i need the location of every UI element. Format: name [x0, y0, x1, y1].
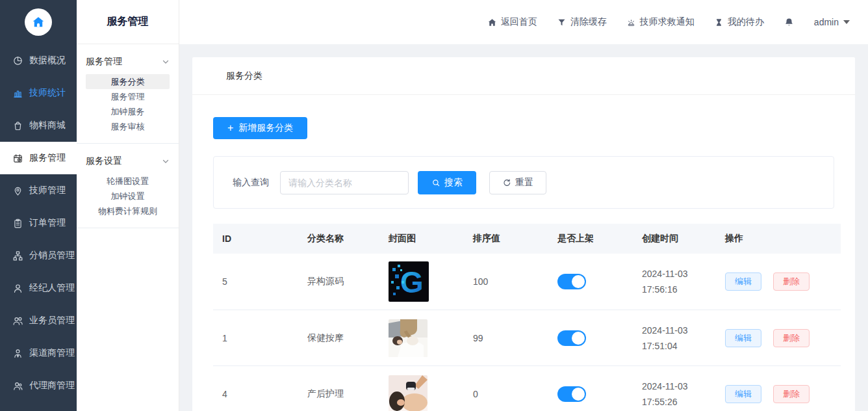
card-body: + 新增服务分类 输入查询 搜索 重置 — [192, 95, 855, 411]
submenu-item-service-category[interactable]: 服务分类 — [86, 74, 170, 89]
delete-button[interactable]: 删除 — [773, 385, 810, 403]
sidebar-item-service-management[interactable]: 服务管理 — [0, 142, 77, 174]
sidebar-item-distributor-management[interactable]: 分销员管理 — [0, 239, 77, 272]
cell-id: 4 — [213, 366, 298, 411]
user-menu[interactable]: admin — [814, 17, 850, 27]
sidebar-item-salesman-management[interactable]: 业务员管理 — [0, 304, 77, 337]
column-header-id: ID — [213, 224, 298, 254]
hourglass-icon — [714, 18, 724, 27]
group-header-service-management[interactable]: 服务管理 — [86, 52, 170, 72]
category-name-input[interactable] — [280, 171, 409, 194]
sidebar-item-order-management[interactable]: 订单管理 — [0, 207, 77, 239]
group-items: 服务分类 服务管理 加钟服务 服务审核 — [86, 74, 170, 134]
add-category-button[interactable]: + 新增服务分类 — [213, 117, 307, 139]
column-header-name: 分类名称 — [298, 224, 379, 254]
sidebar-item-label: 技师管理 — [29, 185, 66, 196]
topnav-sos-notification[interactable]: 技师求救通知 — [626, 16, 695, 28]
shopping-bag-icon — [12, 120, 23, 131]
toggle-knob — [572, 388, 585, 401]
submenu-item-overtime-settings[interactable]: 加钟设置 — [86, 189, 170, 204]
submenu-item-material-fee-rules[interactable]: 物料费计算规则 — [86, 204, 170, 219]
topnav-my-todo[interactable]: 我的待办 — [714, 16, 764, 28]
home-icon — [31, 15, 45, 29]
cell-created-time: 2024-11-03 17:51:04 — [633, 310, 716, 366]
delete-button[interactable]: 删除 — [773, 329, 810, 347]
home-logo-button[interactable] — [25, 8, 52, 36]
created-clock: 17:51:04 — [642, 338, 707, 354]
tab-service-category[interactable]: 服务分类 — [226, 70, 262, 82]
sidebar-item-label: 订单管理 — [29, 217, 66, 229]
search-button[interactable]: 搜索 — [418, 171, 476, 194]
app-root: 数据概况 技师统计 物料商城 服务管理 技师管理 订单管理 — [0, 0, 868, 411]
plus-icon: + — [227, 122, 233, 134]
sidebar-item-label: 数据概况 — [29, 55, 66, 66]
topnav-label: 返回首页 — [501, 16, 537, 28]
edit-button[interactable]: 编辑 — [725, 329, 761, 347]
toggle-knob — [572, 332, 585, 345]
cell-actions: 编辑 删除 — [716, 254, 841, 310]
sidebar-item-material-mall[interactable]: 物料商城 — [0, 109, 77, 142]
cell-cover: G — [379, 254, 464, 310]
reset-button[interactable]: 重置 — [489, 171, 546, 194]
massage-photo-cover-image — [389, 319, 428, 357]
group-label: 服务管理 — [86, 56, 122, 68]
cell-actions: 编辑 删除 — [716, 366, 841, 411]
content-area: 服务分类 + 新增服务分类 输入查询 搜索 — [179, 44, 868, 411]
cell-cover — [379, 366, 464, 411]
group-items: 轮播图设置 加钟设置 物料费计算规则 — [86, 174, 170, 219]
submenu-item-service-review[interactable]: 服务审核 — [86, 119, 170, 134]
category-table: ID 分类名称 封面图 排序值 是否上架 创建时间 操作 — [213, 224, 841, 411]
sidebar-item-label: 业务员管理 — [29, 315, 75, 326]
created-clock: 17:55:26 — [642, 394, 707, 410]
notification-bell-button[interactable] — [784, 17, 795, 28]
edit-button[interactable]: 编辑 — [725, 272, 761, 291]
cell-id: 1 — [213, 310, 298, 366]
delete-button[interactable]: 删除 — [773, 272, 810, 291]
person-badge-icon — [12, 348, 23, 359]
group-header-service-settings[interactable]: 服务设置 — [86, 152, 170, 171]
sidebar-item-channel-management[interactable]: 渠道商管理 — [0, 337, 77, 369]
bar-chart-icon — [12, 88, 23, 99]
status-toggle[interactable] — [557, 274, 586, 289]
menu-group-service-management: 服务管理 服务分类 服务管理 加钟服务 服务审核 — [77, 44, 179, 144]
sidebar-item-agent-management[interactable]: 代理商管理 — [0, 369, 77, 402]
created-date: 2024-11-03 — [642, 378, 707, 394]
submenu-title: 服务管理 — [77, 0, 179, 44]
primary-nav: 数据概况 技师统计 物料商城 服务管理 技师管理 订单管理 — [0, 44, 77, 402]
primary-sidebar: 数据概况 技师统计 物料商城 服务管理 技师管理 订单管理 — [0, 0, 77, 411]
sidebar-item-technician-management[interactable]: 技师管理 — [0, 174, 77, 207]
secondary-sidebar: 服务管理 服务管理 服务分类 服务管理 加钟服务 服务审核 服务设置 轮播图设置… — [77, 0, 179, 411]
status-toggle[interactable] — [557, 330, 586, 346]
sidebar-item-technician-stats[interactable]: 技师统计 — [0, 77, 77, 109]
toggle-knob — [572, 275, 585, 288]
cell-status — [548, 366, 633, 411]
person-icon — [12, 283, 23, 294]
column-header-sort: 排序值 — [464, 224, 548, 254]
menu-group-service-settings: 服务设置 轮播图设置 加钟设置 物料费计算规则 — [77, 144, 179, 228]
submenu-item-overtime-service[interactable]: 加钟服务 — [86, 104, 170, 119]
sidebar-item-label: 物料商城 — [29, 120, 66, 131]
postpartum-photo-cover-image — [389, 375, 428, 411]
sidebar-item-broker-management[interactable]: 经纪人管理 — [0, 272, 77, 304]
content-card: 服务分类 + 新增服务分类 输入查询 搜索 — [192, 57, 855, 411]
cell-name: 产后护理 — [298, 366, 379, 411]
topnav-clear-cache[interactable]: 清除缓存 — [557, 16, 607, 28]
submenu-item-service-management[interactable]: 服务管理 — [86, 89, 170, 104]
created-date: 2024-11-03 — [642, 266, 707, 282]
status-toggle[interactable] — [557, 386, 586, 402]
sidebar-item-data-overview[interactable]: 数据概况 — [0, 44, 77, 77]
refresh-icon — [502, 178, 511, 187]
sidebar-item-label: 技师统计 — [29, 87, 66, 99]
sidebar-item-label: 经纪人管理 — [29, 282, 75, 294]
topnav-return-home[interactable]: 返回首页 — [487, 16, 537, 28]
chevron-down-icon — [162, 157, 170, 165]
group-label: 服务设置 — [86, 155, 122, 167]
funnel-icon — [557, 18, 567, 27]
cell-name: 异构源码 — [298, 254, 379, 310]
topnav-label: 我的待办 — [728, 16, 764, 28]
person-pin-icon — [12, 185, 23, 196]
edit-button[interactable]: 编辑 — [725, 385, 761, 403]
main-column: 返回首页 清除缓存 技师求救通知 我的待办 admin — [179, 0, 868, 411]
cell-status — [548, 310, 633, 366]
submenu-item-carousel-settings[interactable]: 轮播图设置 — [86, 174, 170, 189]
